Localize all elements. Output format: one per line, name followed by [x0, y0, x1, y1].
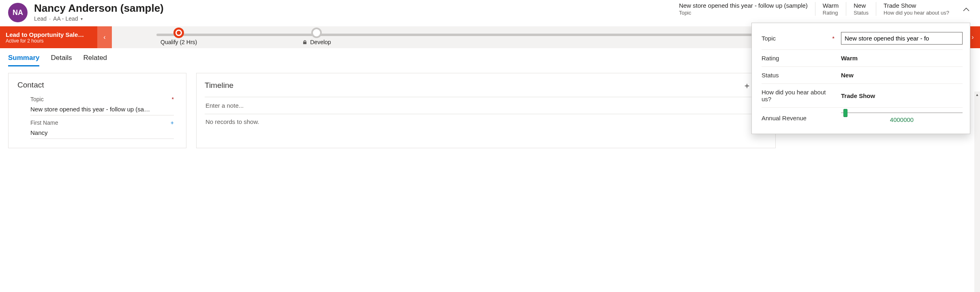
required-icon: *: [832, 35, 834, 42]
page-title: Nancy Anderson (sample): [34, 2, 164, 15]
header-field-topic[interactable]: New store opened this year - follow up (…: [672, 2, 815, 16]
flyout-row-revenue[interactable]: Annual Revenue 4000000: [762, 108, 963, 128]
flyout-row-status[interactable]: Status New: [762, 67, 963, 84]
header-field-rating[interactable]: Warm Rating: [815, 2, 846, 16]
field-first-name[interactable]: First Name + Nancy: [30, 119, 177, 139]
required-icon: *: [172, 96, 174, 102]
scroll-up-icon[interactable]: ▲: [974, 92, 980, 98]
bpf-stage-indicator: [311, 28, 322, 38]
lock-icon: 🔒︎: [302, 39, 308, 45]
chevron-up-icon: [963, 7, 969, 11]
flyout-row-rating[interactable]: Rating Warm: [762, 50, 963, 67]
entity-label: Lead: [34, 15, 47, 22]
tab-summary[interactable]: Summary: [8, 54, 39, 66]
flyout-row-topic: Topic *: [762, 27, 963, 50]
bpf-name[interactable]: Lead to Opportunity Sale… Active for 2 h…: [0, 26, 97, 48]
header-field-source[interactable]: Trade Show How did you hear about us?: [876, 2, 956, 16]
section-title-contact: Contact: [17, 81, 177, 90]
tab-related[interactable]: Related: [83, 54, 107, 66]
header-fields: New store opened this year - follow up (…: [672, 2, 972, 16]
header-flyout: Topic * Rating Warm Status New How did y…: [751, 23, 970, 134]
recommended-icon: +: [171, 119, 174, 126]
timeline-empty-text: No records to show.: [205, 114, 767, 129]
tab-details[interactable]: Details: [51, 54, 72, 66]
add-icon[interactable]: ＋: [741, 80, 753, 91]
slider-thumb[interactable]: [843, 109, 847, 117]
field-topic[interactable]: Topic * New store opened this year - fol…: [30, 96, 177, 115]
timeline-note-input[interactable]: Enter a note...: [205, 97, 767, 114]
flyout-row-source[interactable]: How did you hear about us? Trade Show: [762, 84, 963, 108]
section-title-timeline: Timeline: [205, 81, 738, 90]
header-field-status[interactable]: New Status: [846, 2, 876, 16]
field-first-name-value[interactable]: Nancy: [30, 126, 174, 139]
avatar: NA: [8, 3, 28, 22]
vertical-scrollbar[interactable]: ▲: [974, 92, 980, 155]
form-selector[interactable]: Lead · AA - Lead ▾: [34, 15, 164, 22]
contact-section: Contact Topic * New store opened this ye…: [8, 73, 186, 148]
bpf-stage-qualify[interactable]: Qualify (2 Hrs): [160, 29, 197, 45]
flyout-topic-input[interactable]: [841, 32, 963, 45]
bpf-prev-button[interactable]: ‹: [97, 26, 112, 48]
header-collapse-button[interactable]: [961, 4, 972, 15]
bpf-stage-develop[interactable]: 🔒︎ Develop: [302, 29, 331, 45]
timeline-section: Timeline ＋ Enter a note... No records to…: [196, 73, 776, 148]
field-topic-value[interactable]: New store opened this year - follow up (…: [30, 102, 174, 115]
form-name: AA - Lead: [53, 15, 78, 22]
revenue-slider[interactable]: [841, 113, 963, 113]
bpf-stage-indicator-active: [173, 28, 184, 38]
chevron-down-icon: ▾: [81, 17, 83, 21]
revenue-value: 4000000: [841, 116, 963, 123]
